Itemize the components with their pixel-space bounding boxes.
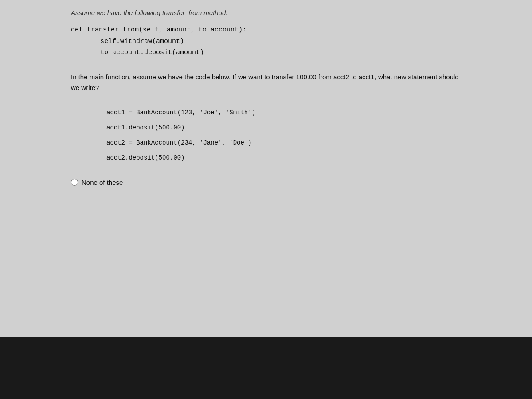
none-of-these-label: None of these (82, 179, 123, 186)
main-content: Assume we have the following transfer_fr… (0, 0, 532, 337)
example-line-4: acct2.deposit(500.00) (106, 152, 461, 164)
none-of-these-radio[interactable] (71, 179, 78, 186)
none-of-these-option[interactable]: None of these (71, 179, 461, 186)
bottom-section: None of these (71, 173, 461, 186)
question-text: In the main function, assume we have the… (71, 72, 461, 93)
dark-bottom (0, 337, 532, 399)
code-line-2: self.withdraw(amount) (71, 36, 461, 47)
method-code-block: def transfer_from(self, amount, to_accou… (71, 20, 461, 63)
header-text: Assume we have the following transfer_fr… (71, 9, 461, 16)
code-line-3: to_account.deposit(amount) (71, 47, 461, 59)
code-examples: acct1 = BankAccount(123, 'Joe', 'Smith')… (106, 106, 461, 164)
example-line-3: acct2 = BankAccount(234, 'Jane', 'Doe') (106, 137, 461, 149)
example-line-1: acct1 = BankAccount(123, 'Joe', 'Smith') (106, 106, 461, 119)
example-line-2: acct1.deposit(500.00) (106, 121, 461, 134)
code-line-1: def transfer_from(self, amount, to_accou… (71, 24, 461, 36)
